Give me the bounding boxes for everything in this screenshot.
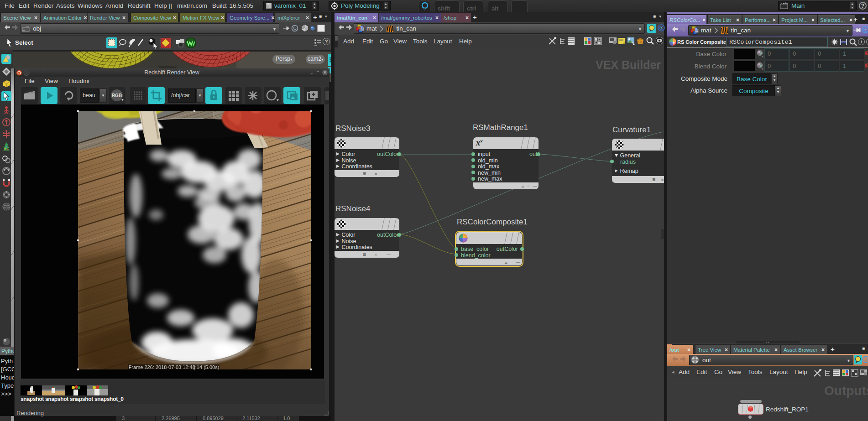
svg-text:RGB: RGB [112, 93, 122, 98]
svg-text:Frame 226: 2018-07-03 12:48:14: Frame 226: 2018-07-03 12:48:14 (5.00s) [129, 364, 220, 370]
